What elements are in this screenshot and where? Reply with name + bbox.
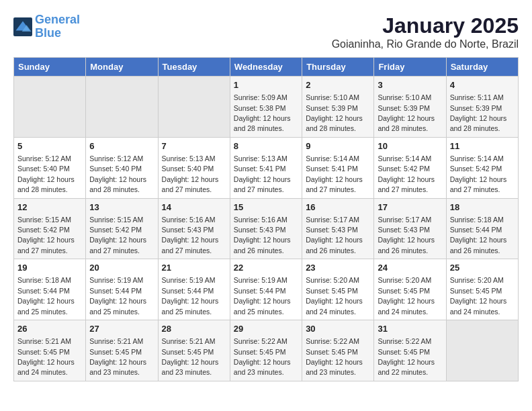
calendar-week-4: 19Sunrise: 5:18 AM Sunset: 5:44 PM Dayli… bbox=[14, 259, 519, 320]
calendar-cell: 15Sunrise: 5:16 AM Sunset: 5:43 PM Dayli… bbox=[230, 198, 302, 259]
day-number: 4 bbox=[450, 79, 515, 91]
day-info: Sunrise: 5:19 AM Sunset: 5:44 PM Dayligh… bbox=[162, 276, 219, 315]
day-number: 21 bbox=[162, 262, 226, 274]
day-info: Sunrise: 5:12 AM Sunset: 5:40 PM Dayligh… bbox=[89, 154, 146, 193]
main-title: January 2025 bbox=[332, 13, 519, 38]
calendar-cell: 13Sunrise: 5:15 AM Sunset: 5:42 PM Dayli… bbox=[86, 198, 158, 259]
day-number: 24 bbox=[378, 262, 442, 274]
calendar-cell: 3Sunrise: 5:10 AM Sunset: 5:39 PM Daylig… bbox=[374, 77, 446, 138]
calendar-cell: 12Sunrise: 5:15 AM Sunset: 5:42 PM Dayli… bbox=[14, 198, 86, 259]
calendar-week-2: 5Sunrise: 5:12 AM Sunset: 5:40 PM Daylig… bbox=[14, 137, 519, 198]
day-info: Sunrise: 5:14 AM Sunset: 5:41 PM Dayligh… bbox=[306, 154, 363, 193]
day-number: 10 bbox=[378, 140, 442, 152]
calendar-cell: 6Sunrise: 5:12 AM Sunset: 5:40 PM Daylig… bbox=[86, 137, 158, 198]
day-number: 11 bbox=[450, 140, 515, 152]
day-info: Sunrise: 5:18 AM Sunset: 5:44 PM Dayligh… bbox=[450, 216, 507, 255]
calendar-cell: 26Sunrise: 5:21 AM Sunset: 5:45 PM Dayli… bbox=[14, 320, 86, 381]
day-info: Sunrise: 5:16 AM Sunset: 5:43 PM Dayligh… bbox=[234, 216, 291, 255]
col-header-wednesday: Wednesday bbox=[230, 58, 302, 77]
calendar-cell bbox=[446, 320, 518, 381]
logo-general: General bbox=[35, 13, 80, 26]
day-info: Sunrise: 5:22 AM Sunset: 5:45 PM Dayligh… bbox=[234, 337, 291, 376]
day-info: Sunrise: 5:15 AM Sunset: 5:42 PM Dayligh… bbox=[89, 216, 146, 255]
calendar-cell: 22Sunrise: 5:19 AM Sunset: 5:44 PM Dayli… bbox=[230, 259, 302, 320]
calendar-cell: 27Sunrise: 5:21 AM Sunset: 5:45 PM Dayli… bbox=[86, 320, 158, 381]
day-info: Sunrise: 5:13 AM Sunset: 5:40 PM Dayligh… bbox=[162, 154, 219, 193]
day-number: 9 bbox=[306, 140, 370, 152]
subtitle: Goianinha, Rio Grande do Norte, Brazil bbox=[332, 38, 519, 50]
calendar-cell: 18Sunrise: 5:18 AM Sunset: 5:44 PM Dayli… bbox=[446, 198, 518, 259]
day-number: 30 bbox=[306, 323, 370, 335]
day-number: 7 bbox=[162, 140, 226, 152]
col-header-sunday: Sunday bbox=[14, 58, 86, 77]
calendar-cell: 25Sunrise: 5:20 AM Sunset: 5:45 PM Dayli… bbox=[446, 259, 518, 320]
day-number: 16 bbox=[306, 201, 370, 214]
calendar-header-row: SundayMondayTuesdayWednesdayThursdayFrid… bbox=[14, 58, 519, 77]
col-header-friday: Friday bbox=[374, 58, 446, 77]
day-info: Sunrise: 5:21 AM Sunset: 5:45 PM Dayligh… bbox=[17, 337, 75, 376]
calendar-cell: 4Sunrise: 5:11 AM Sunset: 5:39 PM Daylig… bbox=[446, 77, 518, 138]
day-info: Sunrise: 5:21 AM Sunset: 5:45 PM Dayligh… bbox=[162, 337, 219, 376]
col-header-tuesday: Tuesday bbox=[158, 58, 230, 77]
calendar-cell: 17Sunrise: 5:17 AM Sunset: 5:43 PM Dayli… bbox=[374, 198, 446, 259]
day-info: Sunrise: 5:10 AM Sunset: 5:39 PM Dayligh… bbox=[378, 93, 435, 132]
calendar-cell: 11Sunrise: 5:14 AM Sunset: 5:42 PM Dayli… bbox=[446, 137, 518, 198]
day-info: Sunrise: 5:20 AM Sunset: 5:45 PM Dayligh… bbox=[450, 276, 507, 315]
day-info: Sunrise: 5:15 AM Sunset: 5:42 PM Dayligh… bbox=[17, 216, 75, 255]
logo: General Blue bbox=[13, 13, 80, 40]
day-number: 19 bbox=[17, 262, 82, 274]
day-number: 25 bbox=[450, 262, 515, 274]
day-number: 31 bbox=[378, 323, 442, 335]
day-info: Sunrise: 5:20 AM Sunset: 5:45 PM Dayligh… bbox=[306, 276, 363, 315]
calendar-week-5: 26Sunrise: 5:21 AM Sunset: 5:45 PM Dayli… bbox=[14, 320, 519, 381]
day-number: 8 bbox=[234, 140, 298, 152]
calendar-cell: 14Sunrise: 5:16 AM Sunset: 5:43 PM Dayli… bbox=[158, 198, 230, 259]
day-number: 18 bbox=[450, 201, 515, 214]
calendar-cell: 9Sunrise: 5:14 AM Sunset: 5:41 PM Daylig… bbox=[302, 137, 374, 198]
day-number: 28 bbox=[162, 323, 226, 335]
day-info: Sunrise: 5:13 AM Sunset: 5:41 PM Dayligh… bbox=[234, 154, 291, 193]
day-info: Sunrise: 5:20 AM Sunset: 5:45 PM Dayligh… bbox=[378, 276, 435, 315]
day-info: Sunrise: 5:17 AM Sunset: 5:43 PM Dayligh… bbox=[306, 216, 363, 255]
day-number: 13 bbox=[89, 201, 154, 214]
calendar-cell: 8Sunrise: 5:13 AM Sunset: 5:41 PM Daylig… bbox=[230, 137, 302, 198]
calendar-cell: 23Sunrise: 5:20 AM Sunset: 5:45 PM Dayli… bbox=[302, 259, 374, 320]
calendar-cell: 16Sunrise: 5:17 AM Sunset: 5:43 PM Dayli… bbox=[302, 198, 374, 259]
page-header: General Blue January 2025 Goianinha, Rio… bbox=[13, 13, 519, 50]
calendar-cell bbox=[14, 77, 86, 138]
day-number: 2 bbox=[306, 79, 370, 91]
day-info: Sunrise: 5:18 AM Sunset: 5:44 PM Dayligh… bbox=[17, 276, 75, 315]
calendar-body: 1Sunrise: 5:09 AM Sunset: 5:38 PM Daylig… bbox=[14, 77, 519, 381]
day-info: Sunrise: 5:14 AM Sunset: 5:42 PM Dayligh… bbox=[450, 154, 507, 193]
logo-icon bbox=[13, 17, 32, 36]
logo-text: General Blue bbox=[35, 13, 80, 40]
col-header-thursday: Thursday bbox=[302, 58, 374, 77]
calendar-cell: 5Sunrise: 5:12 AM Sunset: 5:40 PM Daylig… bbox=[14, 137, 86, 198]
calendar-cell: 31Sunrise: 5:22 AM Sunset: 5:45 PM Dayli… bbox=[374, 320, 446, 381]
calendar-week-3: 12Sunrise: 5:15 AM Sunset: 5:42 PM Dayli… bbox=[14, 198, 519, 259]
calendar-week-1: 1Sunrise: 5:09 AM Sunset: 5:38 PM Daylig… bbox=[14, 77, 519, 138]
col-header-monday: Monday bbox=[86, 58, 158, 77]
calendar-cell: 10Sunrise: 5:14 AM Sunset: 5:42 PM Dayli… bbox=[374, 137, 446, 198]
day-number: 17 bbox=[378, 201, 442, 214]
calendar-cell bbox=[86, 77, 158, 138]
day-info: Sunrise: 5:11 AM Sunset: 5:39 PM Dayligh… bbox=[450, 93, 507, 132]
day-info: Sunrise: 5:16 AM Sunset: 5:43 PM Dayligh… bbox=[162, 216, 219, 255]
calendar-cell: 2Sunrise: 5:10 AM Sunset: 5:39 PM Daylig… bbox=[302, 77, 374, 138]
day-number: 15 bbox=[234, 201, 298, 214]
calendar-cell bbox=[158, 77, 230, 138]
day-number: 29 bbox=[234, 323, 298, 335]
day-number: 27 bbox=[89, 323, 154, 335]
calendar-cell: 21Sunrise: 5:19 AM Sunset: 5:44 PM Dayli… bbox=[158, 259, 230, 320]
col-header-saturday: Saturday bbox=[446, 58, 518, 77]
day-number: 1 bbox=[234, 79, 298, 91]
day-number: 26 bbox=[17, 323, 82, 335]
day-number: 20 bbox=[89, 262, 154, 274]
day-info: Sunrise: 5:21 AM Sunset: 5:45 PM Dayligh… bbox=[89, 337, 146, 376]
day-number: 23 bbox=[306, 262, 370, 274]
day-number: 14 bbox=[162, 201, 226, 214]
day-number: 3 bbox=[378, 79, 442, 91]
day-info: Sunrise: 5:12 AM Sunset: 5:40 PM Dayligh… bbox=[17, 154, 75, 193]
day-number: 5 bbox=[17, 140, 82, 152]
calendar-table: SundayMondayTuesdayWednesdayThursdayFrid… bbox=[13, 57, 519, 381]
